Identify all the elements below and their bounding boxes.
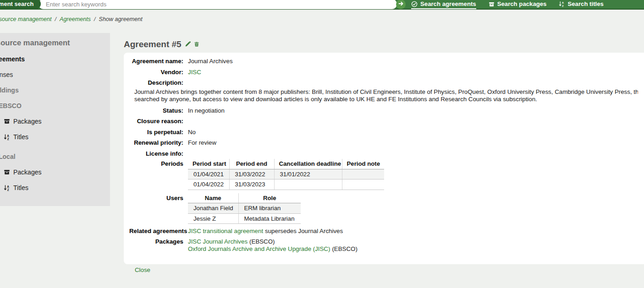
svg-text:A: A bbox=[7, 185, 9, 188]
field-label: Status: bbox=[129, 105, 183, 116]
package-link[interactable]: JISC Journal Archives bbox=[188, 238, 248, 245]
periods-col-end: Period end bbox=[229, 159, 274, 169]
vendor-link[interactable]: JISC bbox=[188, 67, 201, 78]
archive-icon bbox=[489, 1, 495, 7]
pencil-icon bbox=[185, 39, 191, 49]
period-start: 01/04/2022 bbox=[188, 179, 229, 190]
svg-text:A: A bbox=[7, 134, 9, 137]
field-label: Agreement name: bbox=[129, 56, 183, 67]
user-name: Jessie Z bbox=[188, 213, 238, 224]
description-line: searched by anyone, but access to view a… bbox=[134, 96, 638, 103]
svg-text:Z: Z bbox=[7, 137, 9, 140]
close-button[interactable]: Close bbox=[135, 266, 150, 273]
users-table: Name Role Jonathan Field ERM librarian J… bbox=[188, 193, 301, 224]
field-is-perpetual: Is perpetual: No bbox=[129, 127, 644, 138]
sidebar-item-label: Titles bbox=[13, 129, 28, 145]
period-end: 31/03/2023 bbox=[229, 179, 274, 190]
breadcrumb-separator: / bbox=[55, 16, 57, 22]
table-row: 01/04/2021 31/03/2022 31/01/2022 bbox=[188, 169, 384, 179]
field-label: Packages bbox=[129, 237, 183, 246]
agreement-detail-panel: Agreement name: Journal Archives Vendor:… bbox=[124, 53, 644, 264]
field-value: No bbox=[188, 127, 196, 138]
field-label: Users bbox=[129, 193, 183, 203]
sidebar-title-eresource-management[interactable]: E-resource management bbox=[0, 38, 110, 47]
sidebar-item-label: Packages bbox=[13, 114, 41, 129]
nav-label: Search packages bbox=[497, 0, 547, 8]
nav-search-packages[interactable]: Search packages bbox=[489, 0, 547, 8]
arrow-right-icon bbox=[398, 1, 404, 8]
nav-search-titles[interactable]: AZ Search titles bbox=[559, 0, 603, 8]
search-submit-button[interactable] bbox=[396, 0, 406, 9]
breadcrumb-eresource-management[interactable]: E-resource management bbox=[0, 16, 52, 22]
sidebar-item-label: Packages bbox=[13, 164, 41, 180]
package-provider: (EBSCO) bbox=[332, 245, 357, 252]
sidebar-section-local: Local bbox=[0, 149, 110, 164]
page-title: Agreement #5 bbox=[124, 39, 199, 49]
archive-icon bbox=[4, 169, 10, 175]
nav-search-agreements[interactable]: Search agreements bbox=[411, 0, 476, 9]
sidebar-item-local-titles[interactable]: AZ Titles bbox=[0, 180, 110, 196]
trash-icon bbox=[194, 39, 199, 49]
breadcrumb-agreements[interactable]: Agreements bbox=[60, 16, 91, 22]
sidebar-item-ebsco-titles[interactable]: AZ Titles bbox=[0, 129, 110, 145]
delete-agreement-button[interactable] bbox=[194, 39, 199, 49]
sidebar-section-eholdings: eHoldings bbox=[0, 82, 110, 98]
user-role: ERM librarian bbox=[238, 203, 301, 214]
top-search-bar: Agreement search Search agreements Searc… bbox=[0, 0, 644, 10]
package-item: JISC Journal Archives(EBSCO) bbox=[188, 238, 358, 246]
sidebar-item-licenses[interactable]: Licenses bbox=[0, 67, 110, 82]
package-item: Oxford Journals Archive and Archive Upgr… bbox=[188, 245, 358, 253]
field-value: Journal Archives bbox=[188, 56, 233, 67]
field-label: Renewal priority: bbox=[129, 137, 183, 148]
field-label: Vendor: bbox=[129, 67, 183, 78]
table-row: Jonathan Field ERM librarian bbox=[188, 203, 301, 214]
sidebar-section-label: Local bbox=[0, 149, 16, 164]
users-col-name: Name bbox=[188, 193, 238, 203]
sidebar-item-ebsco-packages[interactable]: Packages bbox=[0, 114, 110, 129]
field-description-label-row: Description: bbox=[129, 77, 644, 88]
nav-label: Search agreements bbox=[420, 0, 476, 8]
svg-text:Z: Z bbox=[562, 4, 564, 7]
field-label: Closure reason: bbox=[129, 116, 183, 127]
field-value: For review bbox=[188, 137, 216, 148]
field-related-agreements: Related agreements JISC transitional agr… bbox=[129, 226, 644, 237]
header-search-nav: Search agreements Search packages AZ Sea… bbox=[411, 0, 604, 9]
field-value: In negotiation bbox=[188, 105, 225, 116]
period-note bbox=[342, 169, 384, 179]
sidebar: E-resource management Agreements License… bbox=[0, 33, 110, 206]
sort-az-icon: AZ bbox=[559, 1, 565, 7]
sidebar-item-label: Licenses bbox=[0, 67, 13, 82]
description-text: Journal Archives brings together content… bbox=[129, 88, 638, 103]
description-line: Journal Archives brings together content… bbox=[134, 88, 638, 96]
related-agreement-link[interactable]: JISC transitional agreement bbox=[188, 228, 263, 234]
related-agreement-text: supersedes Journal Archives bbox=[265, 228, 343, 234]
sidebar-section-label: EBSCO bbox=[0, 98, 22, 114]
field-agreement-name: Agreement name: Journal Archives bbox=[129, 56, 644, 67]
field-users: Users Name Role Jonathan Field ERM libra… bbox=[129, 193, 644, 224]
table-row: 01/04/2022 31/03/2023 bbox=[188, 179, 384, 190]
sidebar-section-label: eHoldings bbox=[0, 82, 19, 98]
edit-agreement-button[interactable] bbox=[185, 39, 191, 49]
nav-label: Search titles bbox=[567, 0, 603, 8]
archive-icon bbox=[4, 118, 10, 125]
search-input[interactable] bbox=[39, 0, 397, 9]
page-title-text: Agreement #5 bbox=[124, 39, 182, 49]
periods-col-deadline: Cancellation deadline bbox=[274, 159, 342, 169]
sidebar-item-local-packages[interactable]: Packages bbox=[0, 164, 110, 180]
search-type-tab[interactable]: Agreement search bbox=[0, 0, 41, 9]
field-label: Periods bbox=[129, 159, 183, 169]
breadcrumb-separator: / bbox=[94, 16, 96, 22]
package-link[interactable]: Oxford Journals Archive and Archive Upgr… bbox=[188, 245, 330, 252]
breadcrumb: E-resource management/Agreements/Show ag… bbox=[0, 16, 143, 22]
field-status: Status: In negotiation bbox=[129, 105, 644, 116]
period-end: 31/03/2022 bbox=[229, 169, 274, 179]
field-label: License info: bbox=[129, 148, 183, 159]
users-col-role: Role bbox=[238, 193, 301, 203]
field-label: Related agreements bbox=[129, 226, 183, 237]
sidebar-item-agreements[interactable]: Agreements bbox=[0, 51, 110, 67]
field-packages: Packages JISC Journal Archives(EBSCO) Ox… bbox=[129, 237, 644, 253]
period-start: 01/04/2021 bbox=[188, 169, 229, 179]
periods-col-note: Period note bbox=[342, 159, 384, 169]
sidebar-section-ebsco: EBSCO bbox=[0, 98, 110, 114]
package-provider: (EBSCO) bbox=[249, 238, 275, 245]
